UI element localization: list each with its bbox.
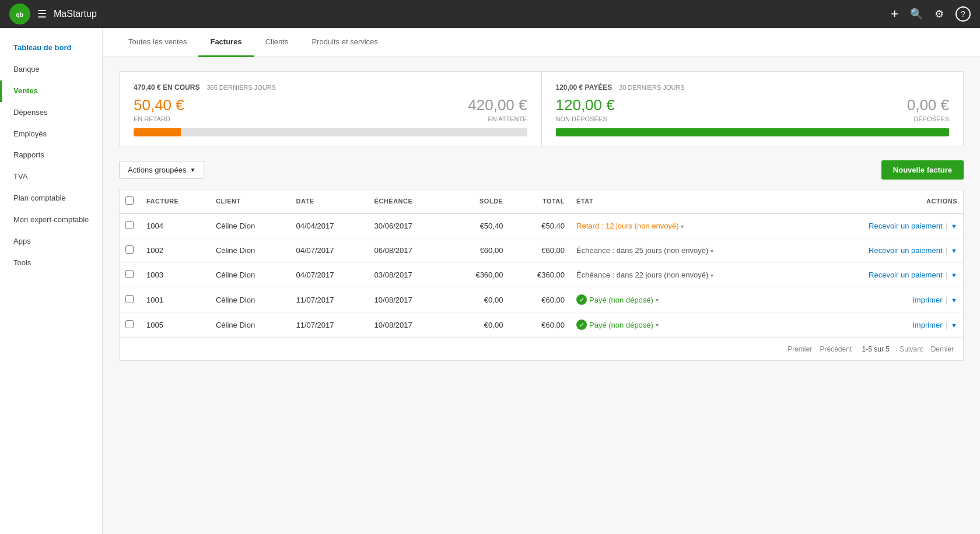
app-brand: MaStartup [54, 9, 97, 19]
action-primary-1001[interactable]: Imprimer [912, 296, 942, 304]
th-facture: FACTURE [141, 189, 210, 213]
summary-payees-total: 120,00 € PAYÉES [556, 83, 612, 92]
sidebar-item-depenses[interactable]: Dépenses [0, 102, 102, 124]
action-separator: | [944, 222, 950, 230]
cell-etat-1005: ✓ Payé (non déposé) ▾ [570, 312, 805, 338]
cell-facture-1003: 1003 [141, 263, 210, 287]
table-row: 1001Céline Dion11/07/201710/08/2017€0,00… [120, 287, 963, 312]
sidebar-item-employes[interactable]: Employés [0, 124, 102, 145]
pagination-first[interactable]: Premier [788, 345, 812, 353]
th-echeance: ÉCHÉANCE [369, 189, 447, 213]
summary-row: 470,40 € EN COURS 365 DERNIERS JOURS 50,… [119, 71, 964, 146]
action-dropdown-1001[interactable]: ▼ [951, 297, 957, 304]
action-primary-1002[interactable]: Recevoir un paiement [869, 246, 942, 255]
sidebar-item-banque[interactable]: Banque [0, 59, 102, 80]
status-chevron[interactable]: ▾ [710, 248, 713, 254]
action-dropdown-1004[interactable]: ▼ [951, 223, 957, 230]
quickbooks-logo[interactable]: qb [9, 3, 30, 24]
status-late: Retard : 12 jours (non envoyé) ▾ [576, 222, 684, 230]
tab-clients[interactable]: Clients [254, 28, 300, 57]
cell-solde-1005: €0,00 [447, 312, 509, 338]
pagination-prev[interactable]: Précédent [820, 345, 852, 353]
hamburger-menu[interactable]: ☰ [37, 8, 47, 20]
topnav-left: qb ☰ MaStartup [9, 3, 97, 24]
table-header-row: FACTURE CLIENT DATE ÉCHÉANCE SOLDE TOTAL… [120, 189, 963, 213]
sidebar-item-ventes[interactable]: Ventes [0, 80, 102, 102]
gear-icon[interactable]: ⚙ [935, 8, 944, 20]
cell-date-1004: 04/04/2017 [290, 213, 368, 238]
cell-actions-1002: Recevoir un paiement | ▼ [805, 238, 963, 263]
table-row: 1004Céline Dion04/04/201730/06/2017€50,4… [120, 213, 963, 238]
th-date: DATE [290, 189, 368, 213]
search-icon[interactable]: 🔍 [910, 8, 923, 20]
sidebar-item-tableau-de-bord[interactable]: Tableau de bord [0, 37, 102, 59]
amount-deposees: 0,00 € DÉPOSÉES [907, 96, 949, 122]
select-all-checkbox[interactable] [125, 196, 134, 205]
paid-check-icon: ✓ [576, 319, 587, 330]
action-primary-1003[interactable]: Recevoir un paiement [869, 270, 942, 279]
status-chevron[interactable]: ▾ [710, 272, 713, 279]
cell-client-1005: Céline Dion [210, 312, 290, 338]
sidebar-item-plan-comptable[interactable]: Plan comptable [0, 188, 102, 209]
pagination-range: 1-5 sur 5 [862, 345, 890, 353]
cell-client-1003: Céline Dion [210, 263, 290, 287]
actions-groupees-button[interactable]: Actions groupées ▼ [119, 161, 204, 179]
help-icon[interactable]: ? [956, 6, 971, 22]
add-icon[interactable]: + [891, 6, 898, 22]
status-chevron[interactable]: ▾ [656, 297, 659, 303]
summary-en-cours-total: 470,40 € EN COURS [134, 83, 200, 92]
row-checkbox-1003[interactable] [125, 270, 134, 278]
action-primary-1005[interactable]: Imprimer [912, 321, 942, 329]
tab-toutes-les-ventes[interactable]: Toutes les ventes [117, 28, 198, 57]
action-primary-1004[interactable]: Recevoir un paiement [869, 222, 942, 230]
amount-en-attente-label: EN ATTENTE [468, 115, 527, 122]
amount-non-deposees: 120,00 € NON DÉPOSÉES [556, 96, 615, 122]
sidebar-item-tva[interactable]: TVA [0, 166, 102, 188]
sidebar: Tableau de bord Banque Ventes Dépenses E… [0, 28, 103, 534]
main-layout: Tableau de bord Banque Ventes Dépenses E… [0, 28, 980, 534]
sidebar-item-apps[interactable]: Apps [0, 231, 102, 252]
content-area: 470,40 € EN COURS 365 DERNIERS JOURS 50,… [103, 57, 980, 375]
invoices-table-wrap: FACTURE CLIENT DATE ÉCHÉANCE SOLDE TOTAL… [119, 189, 964, 361]
row-checkbox-1004[interactable] [125, 221, 134, 229]
row-checkbox-1002[interactable] [125, 245, 134, 254]
cell-echeance-1003: 03/08/2017 [369, 263, 447, 287]
cell-client-1002: Céline Dion [210, 238, 290, 263]
nouvelle-facture-button[interactable]: Nouvelle facture [881, 160, 964, 180]
cell-solde-1004: €50,40 [447, 213, 509, 238]
cell-actions-1001: Imprimer | ▼ [805, 287, 963, 312]
cell-date-1005: 11/07/2017 [290, 312, 368, 338]
action-dropdown-1005[interactable]: ▼ [951, 322, 957, 329]
row-checkbox-1001[interactable] [125, 295, 134, 303]
table-row: 1003Céline Dion04/07/201703/08/2017€360,… [120, 263, 963, 287]
amount-non-deposees-label: NON DÉPOSÉES [556, 115, 615, 122]
sidebar-item-mon-expert-comptable[interactable]: Mon expert-comptable [0, 209, 102, 231]
cell-etat-1002: Échéance : dans 25 jours (non envoyé) ▾ [570, 238, 805, 263]
status-chevron[interactable]: ▾ [681, 223, 684, 230]
progress-en-cours [134, 128, 527, 136]
tab-produits-et-services[interactable]: Produits et services [300, 28, 389, 57]
paid-check-icon: ✓ [576, 294, 587, 305]
action-separator: | [944, 321, 950, 329]
cell-facture-1005: 1005 [141, 312, 210, 338]
topnav: qb ☰ MaStartup + 🔍 ⚙ ? [0, 0, 980, 28]
amount-en-attente-value: 420,00 € [468, 96, 527, 114]
sidebar-item-rapports[interactable]: Rapports [0, 145, 102, 166]
cell-client-1004: Céline Dion [210, 213, 290, 238]
action-separator: | [944, 296, 950, 304]
cell-client-1001: Céline Dion [210, 287, 290, 312]
cell-actions-1004: Recevoir un paiement | ▼ [805, 213, 963, 238]
pagination-last[interactable]: Dernier [931, 345, 954, 353]
action-dropdown-1002[interactable]: ▼ [951, 247, 957, 254]
status-chevron[interactable]: ▾ [656, 322, 659, 328]
cell-actions-1005: Imprimer | ▼ [805, 312, 963, 338]
amount-deposees-value: 0,00 € [907, 96, 949, 114]
cell-etat-1003: Échéance : dans 22 jours (non envoyé) ▾ [570, 263, 805, 287]
pagination-next[interactable]: Suivant [900, 345, 923, 353]
row-checkbox-1005[interactable] [125, 320, 134, 328]
action-dropdown-1003[interactable]: ▼ [951, 272, 957, 279]
cell-date-1001: 11/07/2017 [290, 287, 368, 312]
progress-payees-fill [556, 128, 950, 136]
sidebar-item-tools[interactable]: Tools [0, 252, 102, 274]
tab-factures[interactable]: Factures [198, 28, 253, 57]
